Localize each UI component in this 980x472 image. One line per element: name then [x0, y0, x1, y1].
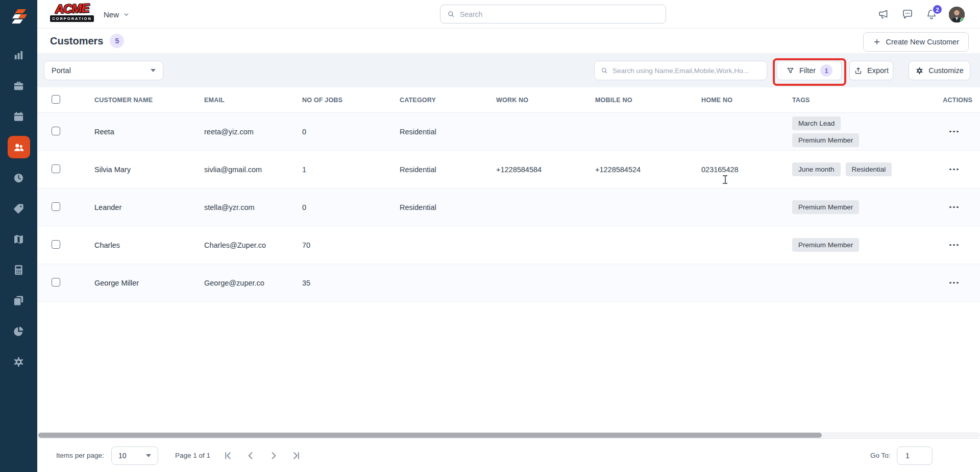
- tag-pill: Residential: [846, 162, 892, 176]
- no-of-jobs-cell: 70: [302, 241, 400, 249]
- acme-logo[interactable]: ACME CORPORATION: [50, 3, 94, 22]
- email-cell: Charles@Zuper.co: [204, 241, 302, 249]
- customize-button[interactable]: Customize: [909, 61, 970, 80]
- acme-logo-subtext: CORPORATION: [50, 15, 94, 22]
- tags-cell: June monthResidential: [792, 162, 910, 176]
- actions-cell: [910, 166, 972, 174]
- map-icon: [13, 233, 24, 245]
- sidebar-item-pricebook[interactable]: [8, 197, 30, 220]
- export-label: Export: [867, 66, 889, 75]
- sidebar-item-invoices[interactable]: [8, 258, 30, 281]
- row-checkbox[interactable]: [52, 278, 60, 287]
- create-new-customer-button[interactable]: Create New Customer: [863, 32, 969, 52]
- mobile-no-cell: +1228584524: [595, 166, 701, 174]
- bar-chart-icon: [13, 50, 24, 61]
- customize-label: Customize: [928, 66, 964, 75]
- view-selector-value: Portal: [52, 66, 71, 75]
- column-header: EMAIL: [204, 97, 302, 104]
- row-actions-button[interactable]: [948, 166, 960, 174]
- filter-label: Filter: [799, 66, 816, 75]
- notifications-button[interactable]: 2: [925, 8, 938, 21]
- column-header: TAGS: [792, 97, 910, 104]
- customer-search: [594, 61, 767, 80]
- tag-icon: [13, 203, 24, 215]
- sidebar-item-calendar[interactable]: [8, 105, 30, 128]
- row-checkbox[interactable]: [52, 202, 60, 211]
- row-checkbox[interactable]: [52, 127, 60, 135]
- row-checkbox[interactable]: [52, 240, 60, 249]
- items-per-page-dropdown[interactable]: 10: [111, 446, 158, 465]
- avatar[interactable]: [949, 7, 965, 22]
- row-actions-button[interactable]: [948, 128, 960, 136]
- topbar-actions: 2: [877, 0, 965, 29]
- filter-button[interactable]: Filter 1: [777, 61, 842, 80]
- users-icon: [13, 141, 24, 153]
- zuper-logo-icon[interactable]: [8, 4, 30, 33]
- row-actions-button[interactable]: [948, 203, 960, 211]
- row-checkbox[interactable]: [52, 164, 60, 173]
- sidebar-item-timesheets[interactable]: [8, 167, 30, 189]
- email-cell: stella@yzr.com: [204, 203, 302, 211]
- chevron-down-icon: [123, 11, 130, 18]
- category-cell: Residential: [400, 128, 496, 136]
- email-cell: reeta@yiz.com: [204, 128, 302, 136]
- first-page-button[interactable]: [221, 449, 234, 462]
- actions-cell: [910, 203, 972, 211]
- calendar-icon: [13, 111, 24, 123]
- items-per-page-value: 10: [118, 452, 127, 460]
- row-checkbox-cell: [52, 202, 94, 213]
- create-new-customer-label: Create New Customer: [886, 38, 959, 46]
- chevron-left-icon: [246, 451, 256, 461]
- sidebar-item-documents[interactable]: [8, 289, 30, 312]
- global-search-input[interactable]: [460, 10, 659, 18]
- new-dropdown[interactable]: New: [104, 0, 130, 29]
- megaphone-icon: [877, 8, 890, 20]
- calculator-icon: [13, 264, 24, 276]
- view-selector-dropdown[interactable]: Portal: [44, 61, 163, 80]
- sidebar-item-map[interactable]: [8, 228, 30, 250]
- customer-name-cell[interactable]: Silvia Mary: [94, 166, 204, 174]
- horizontal-scrollbar-thumb[interactable]: [38, 433, 822, 438]
- tags-cell: Premium Member: [792, 238, 910, 252]
- customer-name-cell[interactable]: Leander: [94, 203, 204, 211]
- tags-cell: March LeadPremium Member: [792, 116, 910, 147]
- search-icon: [600, 66, 608, 75]
- select-all-checkbox[interactable]: [52, 95, 60, 104]
- messages-button[interactable]: [901, 8, 914, 21]
- gear-icon: [915, 66, 924, 75]
- column-header: CUSTOMER NAME: [94, 97, 204, 104]
- table-row: CharlesCharles@Zuper.co70Premium Member: [37, 226, 980, 264]
- column-header: WORK NO: [496, 97, 595, 104]
- export-button[interactable]: Export: [849, 61, 893, 80]
- sidebar-item-analytics[interactable]: [8, 44, 30, 66]
- sidebar-item-reports[interactable]: [8, 320, 30, 342]
- row-checkbox-cell: [52, 164, 94, 175]
- customer-search-input[interactable]: [612, 67, 761, 75]
- next-page-button[interactable]: [267, 449, 280, 462]
- table-row: Silvia Marysivlia@gmail.com1Residential+…: [37, 151, 980, 188]
- table-row: George MillerGeorge@zuper.co35: [37, 264, 980, 302]
- announcements-button[interactable]: [877, 8, 890, 21]
- sidebar-item-settings[interactable]: [8, 350, 30, 373]
- row-actions-button[interactable]: [948, 279, 960, 287]
- customers-table: CUSTOMER NAMEEMAILNO OF JOBSCATEGORYWORK…: [37, 87, 980, 302]
- actions-cell: [910, 128, 972, 136]
- page-info: Page 1 of 1: [175, 452, 210, 459]
- customer-name-cell[interactable]: Charles: [94, 241, 204, 249]
- customer-name-cell[interactable]: Reeta: [94, 128, 204, 136]
- row-actions-button[interactable]: [948, 241, 960, 249]
- chat-icon: [901, 8, 914, 20]
- no-of-jobs-cell: 1: [302, 166, 400, 174]
- sidebar-item-jobs[interactable]: [8, 75, 30, 97]
- new-dropdown-label: New: [104, 10, 119, 19]
- home-no-cell: 023165428: [701, 166, 792, 174]
- copy-icon: [13, 295, 24, 306]
- page-title: Customers: [50, 35, 103, 47]
- plus-icon: [873, 38, 881, 46]
- previous-page-button[interactable]: [244, 449, 257, 462]
- last-page-button[interactable]: [290, 449, 303, 462]
- customer-name-cell[interactable]: George Miller: [94, 279, 204, 287]
- pagination-footer: Items per page: 10 Page 1 of 1: [37, 438, 980, 472]
- goto-page-input[interactable]: [897, 446, 933, 465]
- sidebar-item-customers[interactable]: [8, 136, 30, 158]
